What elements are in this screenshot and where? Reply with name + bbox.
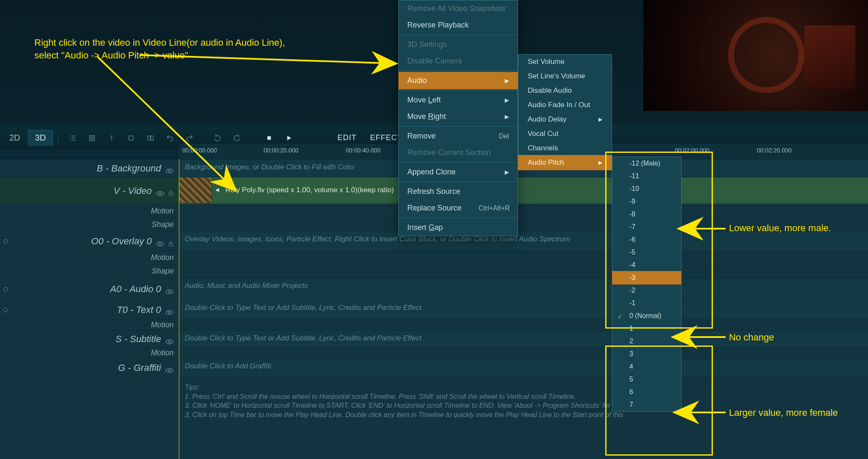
pitch-item[interactable]: 1 [612,322,681,335]
track-overlay0-shape[interactable]: Shape [0,264,868,278]
eye-icon[interactable] [165,365,174,371]
menu-replace-source[interactable]: Replace SourceCtrl+Alt+R [399,200,517,216]
redo-icon[interactable] [183,131,196,145]
pitch-item-label: 5 [629,376,633,383]
menu-append-clone[interactable]: Append Clone▶ [399,164,517,180]
svg-rect-11 [151,136,153,140]
track-graffiti[interactable]: G - Graffiti Double Click to Add Graffit… [0,358,868,377]
track-audio0-header: A0 - Audio 0 [0,278,179,300]
pitch-item-label: -8 [629,210,635,218]
eye-icon[interactable] [165,307,174,313]
menu-move-left[interactable]: Move Left▶ [399,92,517,108]
submenu-fade[interactable]: Audio Fade In / Out [518,98,612,112]
pitch-item[interactable]: 5 [612,373,681,386]
submenu-audio-pitch[interactable]: Audio Pitch▶ [518,155,612,170]
lock-icon[interactable] [168,238,174,244]
svg-rect-10 [147,136,150,140]
pitch-item[interactable]: -6 [612,233,681,246]
svg-rect-12 [267,136,271,139]
pitch-item-label: -10 [629,185,639,192]
track-overlay0-header: O0 - Overlay 0 [0,232,179,251]
pitch-item[interactable]: -12 (Male) [612,157,681,170]
menu-insert-gap[interactable]: Insert Gap [399,219,517,236]
ruler-label-1: 00:00:20.000 [264,147,298,154]
track-overlay0-motion[interactable]: Motion [0,251,868,264]
pitch-item[interactable]: -10 [612,182,681,195]
submenu-channels[interactable]: Channels [518,141,612,155]
pitch-item[interactable]: -2 [612,284,681,297]
pitch-item-label: 0 (Normal) [629,312,662,319]
svg-point-2 [94,135,95,136]
video-clip[interactable]: Roly Poly.flv (speed x 1.00, volume x 1.… [179,177,868,203]
menu-move-right[interactable]: Move Right▶ [399,108,517,125]
pitch-item[interactable]: 2 [612,335,681,348]
mode-2d-button[interactable]: 2D [3,130,27,145]
pitch-item[interactable]: -8 [612,208,681,221]
track-text0-motion[interactable]: Motion [0,319,868,330]
eye-icon[interactable] [156,238,164,244]
pitch-item[interactable]: 4 [612,360,681,373]
crop-icon[interactable] [124,131,138,145]
list-icon[interactable] [66,131,79,145]
effect-tab[interactable]: EFFECT [370,133,402,142]
annotation-nochange: No change [729,331,774,344]
ruler-label-0: 00:00:00.000 [182,147,217,154]
chevron-right-icon: ▶ [598,116,602,122]
menu-reverse-playback[interactable]: Reverse Playback [399,17,517,33]
stop-icon[interactable] [262,131,276,145]
mode-3d-button[interactable]: 3D [28,130,53,146]
pitch-item[interactable]: -5 [612,246,681,259]
submenu-set-line-volume[interactable]: Set Line's Volume [518,69,612,83]
rotate-left-icon[interactable] [211,131,224,145]
play-icon[interactable] [282,131,295,145]
pitch-item[interactable]: ✓0 (Normal) [612,310,681,322]
pitch-item-label: -4 [629,261,635,268]
svg-point-3 [89,137,91,138]
menu-3d-settings: 3D Settings [399,36,517,53]
submenu-vocal-cut[interactable]: Vocal Cut [518,127,612,141]
chevron-right-icon: ▶ [505,97,509,103]
pitch-item[interactable]: -7 [612,221,681,233]
chevron-right-icon: ▶ [505,77,509,84]
svg-point-21 [169,369,171,371]
track-audio0[interactable]: A0 - Audio 0 Audio, Music and Audio Mixe… [0,278,868,300]
menu-refresh-source[interactable]: Refresh Source [399,183,517,200]
undo-icon[interactable] [163,131,177,145]
playhead-line[interactable] [179,159,179,459]
pitch-item[interactable]: -1 [612,297,681,310]
svg-point-20 [169,340,171,343]
snap-icon[interactable] [105,131,118,145]
track-text0[interactable]: T0 - Text 0 Double Click to Type Text or… [0,300,868,319]
eye-icon[interactable] [165,166,174,171]
pitch-item[interactable]: -9 [612,195,681,208]
rotate-right-icon[interactable] [230,131,244,145]
pitch-item[interactable]: -11 [612,170,681,182]
track-subtitle-motion[interactable]: Motion [0,347,868,358]
eye-icon[interactable] [165,286,174,292]
svg-point-0 [89,135,91,136]
pitch-item[interactable]: 3 [612,348,681,360]
svg-point-18 [169,290,171,293]
lock-icon[interactable] [168,188,174,194]
pitch-item[interactable]: -3 [612,271,682,285]
submenu-set-volume[interactable]: Set Volume [518,55,612,69]
eye-icon[interactable] [165,336,174,342]
svg-point-13 [169,170,171,172]
pitch-item-label: -2 [629,287,635,294]
pitch-item[interactable]: 7 [612,398,681,411]
pitch-item[interactable]: 6 [612,386,681,398]
eye-icon[interactable] [156,188,164,194]
speaker-icon [215,187,222,194]
svg-point-5 [94,137,95,138]
menu-audio[interactable]: Audio▶ [398,72,518,89]
track-audio0-hint: Audio, Music and Audio Mixer Projects [179,278,868,293]
menu-remove[interactable]: RemoveDel [399,128,517,144]
pitch-item[interactable]: -4 [612,259,681,271]
grid-icon[interactable] [85,131,99,145]
chevron-right-icon: ▶ [505,169,509,175]
split-icon[interactable] [144,131,157,145]
edit-tab[interactable]: EDIT [337,133,356,142]
pitch-item-label: -9 [629,198,635,205]
submenu-delay[interactable]: Audio Delay▶ [518,112,612,127]
submenu-disable-audio[interactable]: Disable Audio [518,83,612,98]
